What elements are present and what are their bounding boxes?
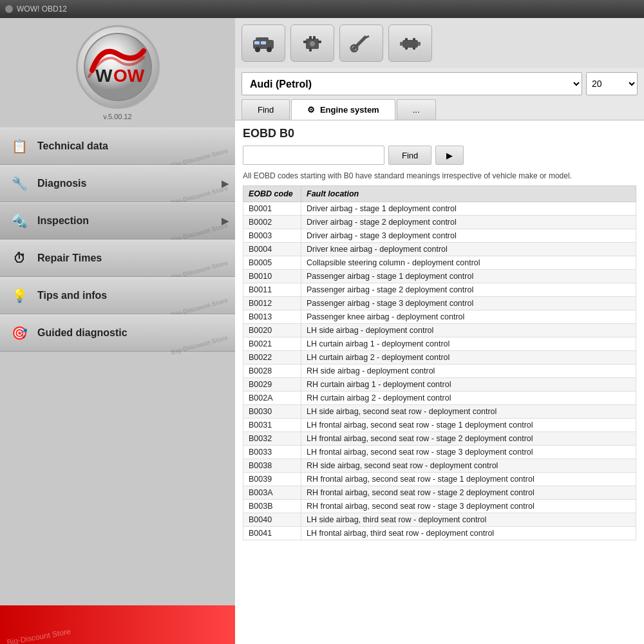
cell-code: B0004 xyxy=(243,243,301,256)
svg-text:W: W xyxy=(95,66,113,86)
cell-fault: RH side airbag - deployment control xyxy=(301,365,636,378)
cell-fault: Collapsible steering column - deployment… xyxy=(301,256,636,270)
table-row[interactable]: B0040LH side airbag, third seat row - de… xyxy=(243,513,636,527)
cell-code: B0011 xyxy=(243,283,301,297)
cell-fault: Driver airbag - stage 3 deployment contr… xyxy=(301,229,636,243)
find-button-2[interactable]: ▶ xyxy=(435,146,464,165)
svg-rect-24 xyxy=(400,42,402,46)
sidebar-item-label: Technical data xyxy=(37,140,108,152)
tab-more[interactable]: ... xyxy=(397,99,436,120)
sidebar-item-guided-diagnostic[interactable]: 🎯 Guided diagnostic Big-Discount-Store xyxy=(0,314,235,352)
toolbar-connector-button[interactable] xyxy=(388,24,432,62)
cell-fault: Driver knee airbag - deployment control xyxy=(301,243,636,256)
svg-rect-21 xyxy=(413,38,415,41)
search-row: Find ▶ xyxy=(243,146,636,165)
cell-fault: RH curtain airbag 1 - deployment control xyxy=(301,378,636,392)
inspection-arrow: ▶ xyxy=(222,216,229,226)
table-row[interactable]: B0038RH side airbag, second seat row - d… xyxy=(243,459,636,473)
table-row[interactable]: B0022LH curtain airbag 2 - deployment co… xyxy=(243,351,636,365)
table-row[interactable]: B002ARH curtain airbag 2 - deployment co… xyxy=(243,392,636,405)
tips-icon: 💡 xyxy=(9,285,30,306)
cell-code: B0038 xyxy=(243,459,301,473)
table-container: EOBD code Fault location B0001Driver air… xyxy=(243,185,636,638)
sidebar-item-tips-infos[interactable]: 💡 Tips and infos Big-Discount-Store xyxy=(0,277,235,314)
sidebar-item-repair-times[interactable]: ⏱ Repair Times Big-Discount-Store xyxy=(0,240,235,277)
col-header-fault: Fault location xyxy=(301,186,636,202)
cell-code: B0003 xyxy=(243,229,301,243)
tab-engine-system[interactable]: ⚙ Engine system xyxy=(291,99,395,120)
table-row[interactable]: B0029RH curtain airbag 1 - deployment co… xyxy=(243,378,636,392)
table-header-row: EOBD code Fault location xyxy=(243,186,636,202)
diagnosis-arrow: ▶ xyxy=(222,178,229,189)
sidebar-item-label: Guided diagnostic xyxy=(37,327,128,339)
table-row[interactable]: B0039RH frontal airbag, second seat row … xyxy=(243,473,636,486)
tab-engine-system-label: Engine system xyxy=(320,105,379,115)
cell-code: B0030 xyxy=(243,405,301,419)
guided-icon: 🎯 xyxy=(9,323,30,343)
find-button[interactable]: Find xyxy=(388,146,431,165)
left-panel: W OW v.5.00.12 📋 Technical data Big-Disc… xyxy=(0,18,235,644)
svg-point-6 xyxy=(267,47,272,52)
table-row[interactable]: B0033LH frontal airbag, second seat row … xyxy=(243,446,636,459)
svg-rect-19 xyxy=(402,40,418,48)
logo-area: W OW v.5.00.12 xyxy=(0,18,235,128)
cell-code: B0039 xyxy=(243,473,301,486)
year-select[interactable]: 20 xyxy=(586,72,638,95)
cell-code: B0031 xyxy=(243,419,301,432)
table-row[interactable]: B0001Driver airbag - stage 1 deployment … xyxy=(243,202,636,216)
cell-code: B0029 xyxy=(243,378,301,392)
vehicle-select[interactable]: Audi (Petrol) xyxy=(242,72,582,95)
cell-code: B0020 xyxy=(243,324,301,337)
sidebar-item-label: Repair Times xyxy=(37,252,102,264)
sidebar-item-technical-data[interactable]: 📋 Technical data Big-Discount-Store xyxy=(0,128,235,165)
toolbar-car-button[interactable] xyxy=(242,24,285,62)
svg-rect-22 xyxy=(405,47,408,50)
toolbar-engine-button[interactable] xyxy=(290,24,334,62)
sidebar-item-inspection[interactable]: 🔩 Inspection ▶ Big-Discount-Store xyxy=(0,202,235,240)
cell-fault: LH frontal airbag, second seat row - sta… xyxy=(301,419,636,432)
sidebar-item-diagnosis[interactable]: 🔧 Diagnosis ▶ Big-Discount-Store xyxy=(0,165,235,202)
svg-rect-14 xyxy=(309,48,312,52)
table-row[interactable]: B0031LH frontal airbag, second seat row … xyxy=(243,419,636,432)
table-row[interactable]: B0028RH side airbag - deployment control xyxy=(243,365,636,378)
table-row[interactable]: B0020LH side airbag - deployment control xyxy=(243,324,636,337)
technical-data-icon: 📋 xyxy=(9,136,30,156)
table-row[interactable]: B0013Passenger knee airbag - deployment … xyxy=(243,310,636,324)
table-row[interactable]: B0041LH frontal airbag, third seat row -… xyxy=(243,527,636,540)
cell-fault: Passenger airbag - stage 2 deployment co… xyxy=(301,283,636,297)
table-row[interactable]: B0011Passenger airbag - stage 2 deployme… xyxy=(243,283,636,297)
cell-fault: RH frontal airbag, second seat row - sta… xyxy=(301,486,636,500)
table-row[interactable]: B0003Driver airbag - stage 3 deployment … xyxy=(243,229,636,243)
table-row[interactable]: B0012Passenger airbag - stage 3 deployme… xyxy=(243,297,636,310)
cell-code: B0021 xyxy=(243,337,301,351)
eobd-note: All EOBD codes starting with B0 have sta… xyxy=(243,171,636,180)
inspection-icon: 🔩 xyxy=(9,211,30,231)
table-row[interactable]: B0005Collapsible steering column - deplo… xyxy=(243,256,636,270)
cell-fault: LH side airbag, second seat row - deploy… xyxy=(301,405,636,419)
toolbar-wrench-button[interactable] xyxy=(339,24,383,62)
cell-fault: Driver airbag - stage 2 deployment contr… xyxy=(301,216,636,229)
table-row[interactable]: B003ARH frontal airbag, second seat row … xyxy=(243,486,636,500)
svg-point-15 xyxy=(310,41,315,46)
svg-line-16 xyxy=(354,37,365,49)
table-row[interactable]: B0002Driver airbag - stage 2 deployment … xyxy=(243,216,636,229)
cell-fault: Driver airbag - stage 1 deployment contr… xyxy=(301,202,636,216)
svg-rect-8 xyxy=(261,41,266,44)
search-input[interactable] xyxy=(243,146,384,165)
table-row[interactable]: B0004Driver knee airbag - deployment con… xyxy=(243,243,636,256)
cell-code: B0040 xyxy=(243,513,301,527)
tab-find[interactable]: Find xyxy=(242,99,290,120)
table-row[interactable]: B0021LH curtain airbag 1 - deployment co… xyxy=(243,337,636,351)
table-row[interactable]: B003BRH frontal airbag, second seat row … xyxy=(243,500,636,513)
cell-code: B0012 xyxy=(243,297,301,310)
cell-code: B0033 xyxy=(243,446,301,459)
svg-rect-20 xyxy=(405,38,408,41)
table-row[interactable]: B0030LH side airbag, second seat row - d… xyxy=(243,405,636,419)
table-row[interactable]: B0032LH frontal airbag, second seat row … xyxy=(243,432,636,446)
table-row[interactable]: B0010Passenger airbag - stage 1 deployme… xyxy=(243,270,636,283)
repair-times-icon: ⏱ xyxy=(9,248,30,269)
cell-code: B0028 xyxy=(243,365,301,378)
cell-code: B002A xyxy=(243,392,301,405)
cell-fault: LH frontal airbag, second seat row - sta… xyxy=(301,432,636,446)
cell-fault: RH frontal airbag, second seat row - sta… xyxy=(301,473,636,486)
